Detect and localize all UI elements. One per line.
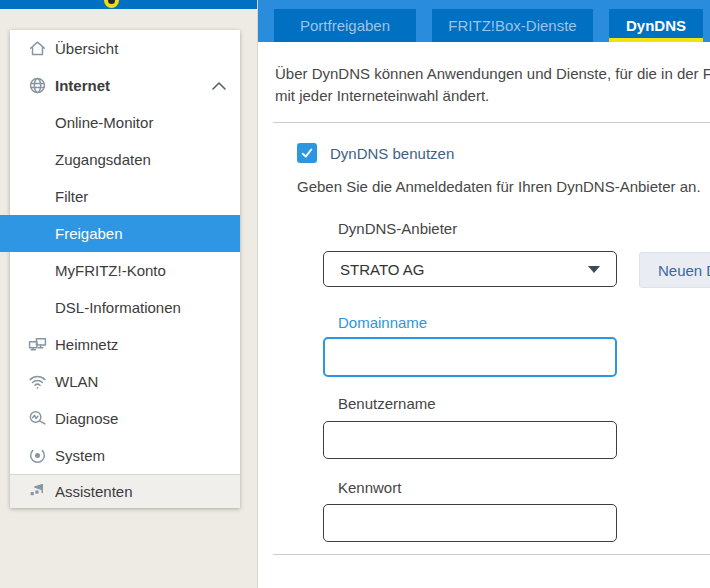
check-icon [300, 146, 314, 160]
content-area: Portfreigaben FRITZ!Box-Dienste DynDNS Ü… [257, 0, 710, 588]
sidebar: Übersicht Internet Online-Monitor Zugang… [10, 30, 240, 508]
sidebar-item-assistenten[interactable]: Assistenten [10, 474, 240, 508]
instruction-text: Geben Sie die Anmeldedaten für Ihren Dyn… [297, 178, 701, 195]
intro-text: Über DynDNS können Anwendungen und Diens… [275, 63, 710, 107]
sidebar-item-label: Diagnose [55, 410, 118, 427]
sidebar-item-zugangsdaten[interactable]: Zugangsdaten [10, 141, 240, 178]
sidebar-item-diagnose[interactable]: Diagnose [10, 400, 240, 437]
sidebar-subitem-label: Freigaben [55, 225, 123, 242]
top-bar [0, 0, 258, 9]
home-icon [27, 39, 47, 59]
globe-icon [27, 76, 47, 96]
sidebar-item-label: Heimnetz [55, 336, 118, 353]
sidebar-item-label: Übersicht [55, 40, 118, 57]
divider [273, 122, 710, 123]
kennwort-label: Kennwort [338, 479, 401, 496]
flag-icon [27, 482, 47, 502]
sidebar-item-uebersicht[interactable]: Übersicht [10, 30, 240, 67]
sidebar-subitem-label: MyFRITZ!-Konto [55, 262, 166, 279]
monitors-icon [27, 335, 47, 355]
sidebar-item-wlan[interactable]: WLAN [10, 363, 240, 400]
sidebar-item-heimnetz[interactable]: Heimnetz [10, 326, 240, 363]
benutzername-label: Benutzername [338, 395, 436, 412]
sidebar-item-label: Assistenten [55, 483, 133, 500]
divider [273, 554, 710, 555]
domainname-label: Domainname [338, 314, 427, 331]
sidebar-subitem-label: Zugangsdaten [55, 151, 151, 168]
dyndns-benutzen-checkbox-row[interactable]: DynDNS benutzen [297, 143, 454, 163]
checkbox-label: DynDNS benutzen [330, 145, 454, 162]
checkbox-checked[interactable] [297, 143, 317, 163]
tab-bar: Portfreigaben FRITZ!Box-Dienste DynDNS [258, 0, 710, 42]
provider-select-value: STRATO AG [340, 261, 424, 278]
sidebar-subitem-label: Filter [55, 188, 88, 205]
chevron-up-icon [211, 80, 227, 92]
wifi-icon [27, 372, 47, 392]
intro-line-1: Über DynDNS können Anwendungen und Diens… [275, 63, 710, 85]
caret-down-icon [588, 266, 600, 273]
sidebar-item-myfritz-konto[interactable]: MyFRITZ!-Konto [10, 252, 240, 289]
provider-label: DynDNS-Anbieter [338, 220, 457, 237]
sidebar-item-label: System [55, 447, 105, 464]
intro-line-2: mit jeder Interneteinwahl ändert. [275, 85, 710, 107]
tab-portfreigaben[interactable]: Portfreigaben [274, 9, 416, 42]
sidebar-item-filter[interactable]: Filter [10, 178, 240, 215]
tab-fritzbox-dienste[interactable]: FRITZ!Box-Dienste [432, 9, 593, 42]
sidebar-subitem-label: DSL-Informationen [55, 299, 181, 316]
register-domain-button[interactable]: Neuen Domainnamen anmelden [639, 252, 710, 288]
domainname-input[interactable] [323, 337, 617, 377]
kennwort-input[interactable] [323, 504, 617, 542]
sidebar-item-label: Internet [55, 77, 110, 94]
benutzername-input[interactable] [323, 421, 617, 459]
provider-select[interactable]: STRATO AG [323, 251, 617, 287]
fritz-logo-icon [104, 0, 119, 8]
magnifier-icon [27, 409, 47, 429]
sidebar-item-online-monitor[interactable]: Online-Monitor [10, 104, 240, 141]
sidebar-item-system[interactable]: System [10, 437, 240, 474]
tab-dyndns[interactable]: DynDNS [609, 9, 703, 42]
sidebar-item-dsl-informationen[interactable]: DSL-Informationen [10, 289, 240, 326]
sidebar-item-label: WLAN [55, 373, 98, 390]
sidebar-item-freigaben[interactable]: Freigaben [0, 215, 240, 252]
sidebar-subitem-label: Online-Monitor [55, 114, 153, 131]
sidebar-item-internet[interactable]: Internet [10, 67, 240, 104]
circle-dot-icon [27, 446, 47, 466]
